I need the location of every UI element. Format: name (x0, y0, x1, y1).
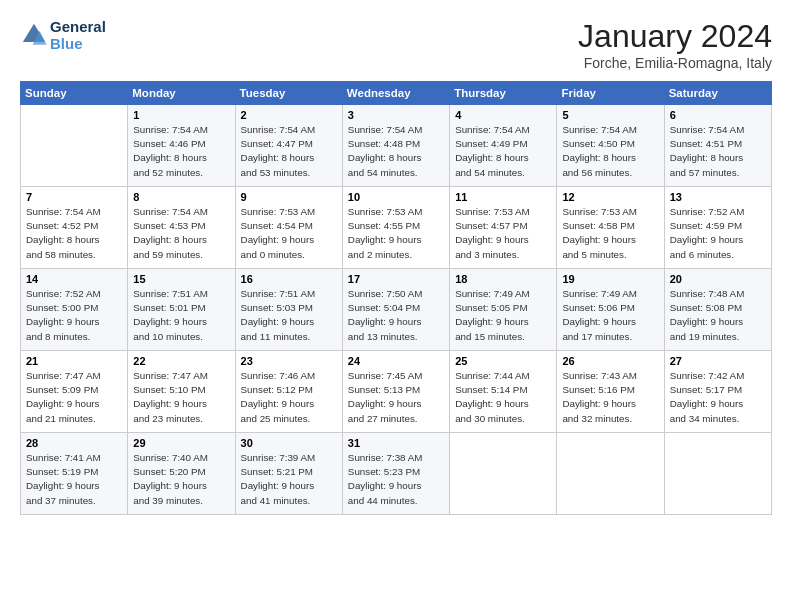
header-row: Sunday Monday Tuesday Wednesday Thursday… (21, 82, 772, 105)
page: General Blue January 2024 Forche, Emilia… (0, 0, 792, 525)
day-cell: 11Sunrise: 7:53 AM Sunset: 4:57 PM Dayli… (450, 187, 557, 269)
day-cell: 12Sunrise: 7:53 AM Sunset: 4:58 PM Dayli… (557, 187, 664, 269)
day-cell (664, 433, 771, 515)
week-row-3: 21Sunrise: 7:47 AM Sunset: 5:09 PM Dayli… (21, 351, 772, 433)
day-number: 27 (670, 355, 766, 367)
day-info: Sunrise: 7:47 AM Sunset: 5:09 PM Dayligh… (26, 369, 122, 426)
col-thursday: Thursday (450, 82, 557, 105)
day-info: Sunrise: 7:54 AM Sunset: 4:53 PM Dayligh… (133, 205, 229, 262)
day-cell: 9Sunrise: 7:53 AM Sunset: 4:54 PM Daylig… (235, 187, 342, 269)
day-info: Sunrise: 7:54 AM Sunset: 4:51 PM Dayligh… (670, 123, 766, 180)
day-number: 6 (670, 109, 766, 121)
day-number: 15 (133, 273, 229, 285)
day-cell: 4Sunrise: 7:54 AM Sunset: 4:49 PM Daylig… (450, 105, 557, 187)
day-cell: 3Sunrise: 7:54 AM Sunset: 4:48 PM Daylig… (342, 105, 449, 187)
calendar-body: 1Sunrise: 7:54 AM Sunset: 4:46 PM Daylig… (21, 105, 772, 515)
day-cell: 22Sunrise: 7:47 AM Sunset: 5:10 PM Dayli… (128, 351, 235, 433)
day-info: Sunrise: 7:47 AM Sunset: 5:10 PM Dayligh… (133, 369, 229, 426)
day-info: Sunrise: 7:49 AM Sunset: 5:06 PM Dayligh… (562, 287, 658, 344)
day-info: Sunrise: 7:53 AM Sunset: 4:58 PM Dayligh… (562, 205, 658, 262)
day-info: Sunrise: 7:50 AM Sunset: 5:04 PM Dayligh… (348, 287, 444, 344)
day-cell (557, 433, 664, 515)
day-cell: 29Sunrise: 7:40 AM Sunset: 5:20 PM Dayli… (128, 433, 235, 515)
day-info: Sunrise: 7:42 AM Sunset: 5:17 PM Dayligh… (670, 369, 766, 426)
day-number: 24 (348, 355, 444, 367)
day-cell: 20Sunrise: 7:48 AM Sunset: 5:08 PM Dayli… (664, 269, 771, 351)
day-info: Sunrise: 7:53 AM Sunset: 4:57 PM Dayligh… (455, 205, 551, 262)
day-cell: 2Sunrise: 7:54 AM Sunset: 4:47 PM Daylig… (235, 105, 342, 187)
day-number: 11 (455, 191, 551, 203)
day-number: 5 (562, 109, 658, 121)
day-info: Sunrise: 7:53 AM Sunset: 4:54 PM Dayligh… (241, 205, 337, 262)
day-info: Sunrise: 7:54 AM Sunset: 4:49 PM Dayligh… (455, 123, 551, 180)
title-block: January 2024 Forche, Emilia-Romagna, Ita… (578, 18, 772, 71)
day-number: 8 (133, 191, 229, 203)
day-info: Sunrise: 7:41 AM Sunset: 5:19 PM Dayligh… (26, 451, 122, 508)
day-cell: 25Sunrise: 7:44 AM Sunset: 5:14 PM Dayli… (450, 351, 557, 433)
day-cell: 24Sunrise: 7:45 AM Sunset: 5:13 PM Dayli… (342, 351, 449, 433)
day-info: Sunrise: 7:52 AM Sunset: 5:00 PM Dayligh… (26, 287, 122, 344)
logo-icon (20, 21, 48, 49)
col-sunday: Sunday (21, 82, 128, 105)
day-number: 18 (455, 273, 551, 285)
day-cell: 1Sunrise: 7:54 AM Sunset: 4:46 PM Daylig… (128, 105, 235, 187)
day-number: 17 (348, 273, 444, 285)
day-number: 19 (562, 273, 658, 285)
day-info: Sunrise: 7:44 AM Sunset: 5:14 PM Dayligh… (455, 369, 551, 426)
day-info: Sunrise: 7:51 AM Sunset: 5:01 PM Dayligh… (133, 287, 229, 344)
day-info: Sunrise: 7:51 AM Sunset: 5:03 PM Dayligh… (241, 287, 337, 344)
day-cell: 10Sunrise: 7:53 AM Sunset: 4:55 PM Dayli… (342, 187, 449, 269)
day-cell: 18Sunrise: 7:49 AM Sunset: 5:05 PM Dayli… (450, 269, 557, 351)
day-number: 25 (455, 355, 551, 367)
day-number: 23 (241, 355, 337, 367)
logo: General Blue (20, 18, 106, 52)
month-title: January 2024 (578, 18, 772, 55)
day-cell: 30Sunrise: 7:39 AM Sunset: 5:21 PM Dayli… (235, 433, 342, 515)
day-cell: 6Sunrise: 7:54 AM Sunset: 4:51 PM Daylig… (664, 105, 771, 187)
day-cell: 31Sunrise: 7:38 AM Sunset: 5:23 PM Dayli… (342, 433, 449, 515)
day-number: 10 (348, 191, 444, 203)
day-cell: 15Sunrise: 7:51 AM Sunset: 5:01 PM Dayli… (128, 269, 235, 351)
week-row-2: 14Sunrise: 7:52 AM Sunset: 5:00 PM Dayli… (21, 269, 772, 351)
day-info: Sunrise: 7:49 AM Sunset: 5:05 PM Dayligh… (455, 287, 551, 344)
day-number: 22 (133, 355, 229, 367)
day-cell: 17Sunrise: 7:50 AM Sunset: 5:04 PM Dayli… (342, 269, 449, 351)
day-info: Sunrise: 7:46 AM Sunset: 5:12 PM Dayligh… (241, 369, 337, 426)
day-info: Sunrise: 7:54 AM Sunset: 4:50 PM Dayligh… (562, 123, 658, 180)
week-row-4: 28Sunrise: 7:41 AM Sunset: 5:19 PM Dayli… (21, 433, 772, 515)
day-cell: 5Sunrise: 7:54 AM Sunset: 4:50 PM Daylig… (557, 105, 664, 187)
col-tuesday: Tuesday (235, 82, 342, 105)
day-number: 1 (133, 109, 229, 121)
day-info: Sunrise: 7:48 AM Sunset: 5:08 PM Dayligh… (670, 287, 766, 344)
day-number: 29 (133, 437, 229, 449)
day-number: 31 (348, 437, 444, 449)
day-cell: 27Sunrise: 7:42 AM Sunset: 5:17 PM Dayli… (664, 351, 771, 433)
day-info: Sunrise: 7:54 AM Sunset: 4:48 PM Dayligh… (348, 123, 444, 180)
col-wednesday: Wednesday (342, 82, 449, 105)
location: Forche, Emilia-Romagna, Italy (578, 55, 772, 71)
day-number: 14 (26, 273, 122, 285)
col-friday: Friday (557, 82, 664, 105)
day-number: 20 (670, 273, 766, 285)
day-number: 9 (241, 191, 337, 203)
header: General Blue January 2024 Forche, Emilia… (20, 18, 772, 71)
day-cell: 26Sunrise: 7:43 AM Sunset: 5:16 PM Dayli… (557, 351, 664, 433)
day-info: Sunrise: 7:45 AM Sunset: 5:13 PM Dayligh… (348, 369, 444, 426)
calendar-table: Sunday Monday Tuesday Wednesday Thursday… (20, 81, 772, 515)
day-number: 4 (455, 109, 551, 121)
day-cell: 23Sunrise: 7:46 AM Sunset: 5:12 PM Dayli… (235, 351, 342, 433)
day-info: Sunrise: 7:54 AM Sunset: 4:47 PM Dayligh… (241, 123, 337, 180)
day-cell (21, 105, 128, 187)
day-cell: 14Sunrise: 7:52 AM Sunset: 5:00 PM Dayli… (21, 269, 128, 351)
day-cell: 28Sunrise: 7:41 AM Sunset: 5:19 PM Dayli… (21, 433, 128, 515)
day-number: 26 (562, 355, 658, 367)
day-cell: 7Sunrise: 7:54 AM Sunset: 4:52 PM Daylig… (21, 187, 128, 269)
day-cell: 21Sunrise: 7:47 AM Sunset: 5:09 PM Dayli… (21, 351, 128, 433)
day-cell: 16Sunrise: 7:51 AM Sunset: 5:03 PM Dayli… (235, 269, 342, 351)
day-number: 30 (241, 437, 337, 449)
day-info: Sunrise: 7:38 AM Sunset: 5:23 PM Dayligh… (348, 451, 444, 508)
logo-text: General Blue (50, 18, 106, 52)
day-number: 28 (26, 437, 122, 449)
day-cell: 19Sunrise: 7:49 AM Sunset: 5:06 PM Dayli… (557, 269, 664, 351)
day-info: Sunrise: 7:40 AM Sunset: 5:20 PM Dayligh… (133, 451, 229, 508)
